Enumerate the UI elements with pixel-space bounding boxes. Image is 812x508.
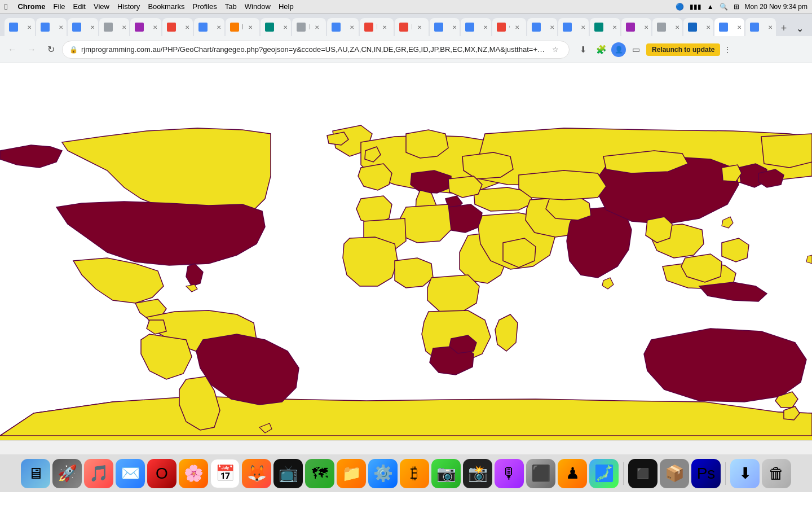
dock-unknown1[interactable]: ⬛ [526,459,555,488]
menu-view[interactable]: View [94,2,109,11]
download-icon[interactable]: ⬇ [575,42,591,58]
tab-23-active[interactable]: G ✕ [714,18,745,36]
menu-history[interactable]: History [117,2,140,11]
dock-opera[interactable]: O [147,459,176,488]
dock-tv[interactable]: 📺 [273,459,303,488]
dock-chess[interactable]: ♟ [558,459,587,488]
tab-24[interactable]: G ✕ [745,18,776,36]
tab-12[interactable]: R... ✕ [360,18,394,36]
tab-close-3[interactable]: ✕ [88,23,97,32]
menu-bookmarks[interactable]: Bookmarks [148,2,184,11]
tab-close-9[interactable]: ✕ [281,23,290,32]
profile-icon[interactable]: 👤 [611,42,626,57]
tab-close-1[interactable]: ✕ [25,23,34,32]
tab-close-10[interactable]: ✕ [312,23,321,32]
control-center-icon[interactable]: ⊞ [734,3,739,11]
dock-trash[interactable]: 🗑 [762,459,791,488]
dock-itunes[interactable]: 🎵 [84,459,113,488]
menu-tab[interactable]: Tab [225,2,237,11]
dock-calendar[interactable]: 📅 [210,459,240,488]
dock-downloads[interactable]: ⬇ [730,459,760,488]
tab-11[interactable]: hc ✕ [327,18,359,36]
tab-close-4[interactable]: ✕ [120,23,129,32]
tab-close-15[interactable]: ✕ [481,23,490,32]
tab-close-14[interactable]: ✕ [450,23,459,32]
relaunch-menu-arrow[interactable]: ⋮ [722,45,732,54]
apple-menu[interactable]:  [5,2,7,11]
dock-mail[interactable]: ✉️ [116,459,145,488]
tab-close-6[interactable]: ✕ [183,23,192,32]
tab-close-18[interactable]: ✕ [579,23,588,32]
tab-17[interactable]: D ✕ [527,18,557,36]
tab-15[interactable]: ln ✕ [461,18,491,36]
menu-chrome[interactable]: Chrome [17,2,45,11]
menu-help[interactable]: Help [279,2,294,11]
tab-2[interactable]: G ✕ [36,18,67,36]
menu-profiles[interactable]: Profiles [192,2,217,11]
tab-18[interactable]: G ✕ [558,18,589,36]
tab-16[interactable]: C... ✕ [492,18,526,36]
dock-maps[interactable]: 🗺 [305,459,334,488]
tab-close-24[interactable]: ✕ [766,23,775,32]
tab-7[interactable]: G ✕ [194,18,224,36]
bookmark-star-icon[interactable]: ☆ [549,43,562,56]
tab-favicon-4 [104,23,113,32]
tab-close-20[interactable]: ✕ [642,23,651,32]
tab-close-22[interactable]: ✕ [704,23,713,32]
tab-close-16[interactable]: ✕ [513,23,522,32]
dock-launchpad[interactable]: 🚀 [52,459,82,488]
tab-close-12[interactable]: ✕ [380,23,389,32]
reload-button[interactable]: ↻ [43,42,59,58]
tab-close-23[interactable]: ✕ [735,23,744,32]
dock-screenshot[interactable]: 📸 [463,459,492,488]
tab-3[interactable]: ln ✕ [68,18,98,36]
tab-close-11[interactable]: ✕ [347,23,356,32]
tab-19[interactable]: M ✕ [590,18,620,36]
back-button[interactable]: ← [5,42,20,58]
dock-filezilla[interactable]: 📁 [337,459,366,488]
dock-photos[interactable]: 🌸 [179,459,208,488]
tab-close-21[interactable]: ✕ [673,23,682,32]
tab-close-17[interactable]: ✕ [548,23,557,32]
forward-button[interactable]: → [24,42,39,58]
dock-finder[interactable]: 🖥 [21,459,50,488]
search-icon[interactable]: 🔍 [720,3,728,11]
tab-14[interactable]: G ✕ [430,18,460,36]
dock-facetime[interactable]: 📷 [431,459,461,488]
dock-unknown2[interactable]: 📦 [660,459,689,488]
tab-close-5[interactable]: ✕ [151,23,160,32]
sidebar-toggle[interactable]: ▭ [628,42,644,58]
relaunch-label: Relaunch to update [652,46,714,54]
menu-window[interactable]: Window [245,2,271,11]
extensions-icon[interactable]: 🧩 [593,42,609,58]
tab-menu-button[interactable]: ⌄ [792,20,807,36]
dock-bitcoin[interactable]: ₿ [400,459,429,488]
menu-file[interactable]: File [54,2,65,11]
tab-9[interactable]: M ✕ [261,18,291,36]
tab-4[interactable]: ct ✕ [99,18,130,36]
relaunch-button[interactable]: Relaunch to update [646,43,720,56]
dock-googlemaps[interactable]: 🗾 [589,459,619,488]
tab-10[interactable]: R... ✕ [292,18,326,36]
dock-podcasts[interactable]: 🎙 [495,459,524,488]
dock-xcode[interactable]: ⚙️ [368,459,398,488]
tab-13[interactable]: R... ✕ [395,18,429,36]
tab-close-8[interactable]: ✕ [246,23,255,32]
tab-8[interactable]: R... ✕ [226,18,259,36]
tab-close-19[interactable]: ✕ [610,23,619,32]
dock-terminal[interactable]: ⬛ [628,459,657,488]
dock-photoshop[interactable]: Ps [691,459,721,488]
tab-5[interactable]: At ✕ [130,18,161,36]
tab-close-13[interactable]: ✕ [415,23,424,32]
tab-21[interactable]: N ✕ [652,18,682,36]
new-tab-button[interactable]: + [776,20,792,36]
tab-22[interactable]: N ✕ [683,18,713,36]
tab-1[interactable]: rjr ✕ [5,18,35,36]
menu-edit[interactable]: Edit [73,2,86,11]
tab-6[interactable]: M ✕ [162,18,193,36]
tab-close-2[interactable]: ✕ [56,23,65,32]
address-box[interactable]: 🔒 rjmprogramming.com.au/PHP/GeoChart/ran… [62,41,570,59]
dock-firefox[interactable]: 🦊 [242,459,271,488]
tab-close-7[interactable]: ✕ [214,23,223,32]
tab-20[interactable]: N ✕ [621,18,651,36]
